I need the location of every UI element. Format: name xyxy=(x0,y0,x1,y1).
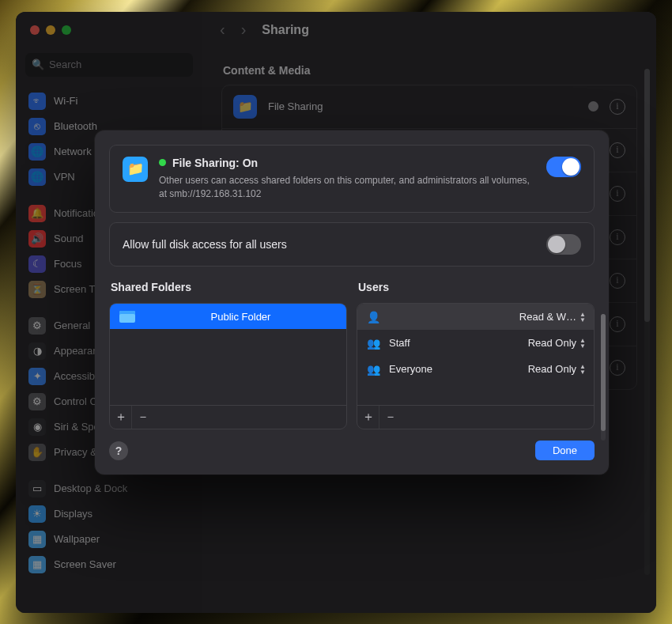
info-icon[interactable]: i xyxy=(610,186,625,202)
network-icon: 🌐 xyxy=(28,143,46,161)
file-sharing-toggle[interactable] xyxy=(546,157,581,177)
notifications-icon: 🔔 xyxy=(28,205,46,222)
permission-select[interactable]: Read & W…▲▼ xyxy=(519,311,586,323)
user-name: Staff xyxy=(389,337,520,349)
window-titlebar xyxy=(16,12,202,48)
done-button[interactable]: Done xyxy=(535,441,595,460)
file-sharing-header-panel: 📁 File Sharing: On Other users can acces… xyxy=(109,145,595,214)
user-name: Everyone xyxy=(389,363,520,375)
chevron-up-down-icon: ▲▼ xyxy=(580,338,586,349)
remove-folder-button[interactable]: － xyxy=(132,406,154,429)
wallpaper-icon: ▦ xyxy=(28,531,46,548)
sidebar-item-label: Wi-Fi xyxy=(54,95,77,107)
permission-select[interactable]: Read Only▲▼ xyxy=(528,363,586,375)
focus-icon: ☾ xyxy=(28,255,46,273)
users-list: 👤Read & W…▲▼👥StaffRead Only▲▼👥EveryoneRe… xyxy=(357,303,595,429)
control-center-icon: ⚙ xyxy=(28,393,46,410)
sidebar-item-label: Bluetooth xyxy=(54,120,97,132)
chevron-up-down-icon: ▲▼ xyxy=(580,312,586,323)
shared-folders-list: Public Folder ＋ － xyxy=(109,303,347,429)
user-row[interactable]: 👤Read & W…▲▼ xyxy=(357,304,594,330)
minimize-window-button[interactable] xyxy=(46,25,55,35)
permission-select[interactable]: Read Only▲▼ xyxy=(528,337,586,349)
system-settings-window: 🔍 Search ᯤWi-Fi⎋Bluetooth🌐Network🌐VPN🔔No… xyxy=(16,12,656,613)
info-icon[interactable]: i xyxy=(610,360,625,376)
main-scrollbar[interactable] xyxy=(644,69,650,575)
file-sharing-description: Other users can access shared folders on… xyxy=(159,174,535,202)
user-row[interactable]: 👥EveryoneRead Only▲▼ xyxy=(357,356,594,382)
file-sharing-title: File Sharing: On xyxy=(159,157,535,169)
sidebar-item-label: Sound xyxy=(54,233,84,244)
full-disk-access-label: Allow full disk access for all users xyxy=(123,238,546,251)
user-row[interactable]: 👥StaffRead Only▲▼ xyxy=(357,330,594,356)
service-icon: 📁 xyxy=(233,95,257,119)
sidebar-item-label: Desktop & Dock xyxy=(54,482,127,494)
folder-name: Public Folder xyxy=(145,311,337,323)
sidebar-item-displays[interactable]: ☀Displays xyxy=(24,502,194,526)
sidebar-item-label: Network xyxy=(54,146,92,157)
sidebar-item-label: VPN xyxy=(54,171,75,183)
shared-folder-row[interactable]: Public Folder xyxy=(110,304,346,329)
sidebar-item-screen-saver[interactable]: ▦Screen Saver xyxy=(24,553,194,577)
maximize-window-button[interactable] xyxy=(62,25,71,35)
folder-icon xyxy=(119,311,135,323)
info-icon[interactable]: i xyxy=(610,142,625,158)
desktop-dock-icon: ▭ xyxy=(28,480,46,497)
sound-icon: 🔊 xyxy=(28,230,46,248)
search-placeholder: Search xyxy=(49,59,81,70)
status-dot-on xyxy=(159,159,166,166)
forward-button[interactable]: › xyxy=(241,21,247,39)
page-title: Sharing xyxy=(262,23,309,37)
help-button[interactable]: ? xyxy=(109,441,128,460)
close-window-button[interactable] xyxy=(30,25,40,35)
search-input[interactable]: 🔍 Search xyxy=(25,53,193,77)
bluetooth-icon: ⎋ xyxy=(28,118,46,135)
user-icon: 👥 xyxy=(365,363,381,376)
sidebar-item-label: General xyxy=(54,320,90,331)
wi-fi-icon: ᯤ xyxy=(28,93,46,110)
info-icon[interactable]: i xyxy=(610,316,625,332)
info-icon[interactable]: i xyxy=(610,229,625,245)
privacy-security-icon: ✋ xyxy=(28,444,46,461)
sidebar-item-desktop-dock[interactable]: ▭Desktop & Dock xyxy=(24,477,194,501)
users-header: Users xyxy=(358,281,593,293)
service-row[interactable]: 📁File Sharingi xyxy=(222,85,636,128)
add-user-button[interactable]: ＋ xyxy=(357,406,379,429)
user-icon: 👤 xyxy=(365,311,381,323)
info-icon[interactable]: i xyxy=(610,273,625,289)
appearance-icon: ◑ xyxy=(28,342,46,360)
accessibility-icon: ✦ xyxy=(28,368,46,385)
siri-spotlight-icon: ◉ xyxy=(28,418,46,436)
sheet-scrollbar[interactable] xyxy=(601,314,606,441)
file-sharing-sheet: 📁 File Sharing: On Other users can acces… xyxy=(95,130,609,475)
back-button[interactable]: ‹ xyxy=(220,21,225,39)
remove-user-button[interactable]: － xyxy=(379,406,402,429)
info-icon[interactable]: i xyxy=(610,99,625,115)
sidebar-item-label: Displays xyxy=(54,508,92,520)
shared-folders-header: Shared Folders xyxy=(111,281,345,293)
full-disk-access-panel: Allow full disk access for all users xyxy=(109,222,595,267)
add-folder-button[interactable]: ＋ xyxy=(110,406,132,429)
full-disk-access-toggle[interactable] xyxy=(546,234,581,255)
service-label: File Sharing xyxy=(268,100,577,112)
section-content-media: Content & Media xyxy=(223,64,636,77)
sidebar-item-wi-fi[interactable]: ᯤWi-Fi xyxy=(24,89,194,113)
chevron-up-down-icon: ▲▼ xyxy=(580,364,586,375)
displays-icon: ☀ xyxy=(28,505,46,523)
screen-saver-icon: ▦ xyxy=(28,556,46,573)
search-icon: 🔍 xyxy=(32,59,44,70)
sidebar-item-label: Screen Saver xyxy=(54,558,116,570)
main-header: ‹ › Sharing xyxy=(202,12,656,48)
user-icon: 👥 xyxy=(365,337,381,350)
sidebar-item-wallpaper[interactable]: ▦Wallpaper xyxy=(24,528,194,551)
service-status-dot xyxy=(588,101,598,112)
sidebar-item-label: Wallpaper xyxy=(54,533,100,545)
screen-time-icon: ⏳ xyxy=(28,281,46,298)
sidebar-item-label: Focus xyxy=(54,258,81,270)
vpn-icon: 🌐 xyxy=(28,168,46,186)
folder-icon: 📁 xyxy=(123,157,148,182)
general-icon: ⚙ xyxy=(28,317,46,335)
